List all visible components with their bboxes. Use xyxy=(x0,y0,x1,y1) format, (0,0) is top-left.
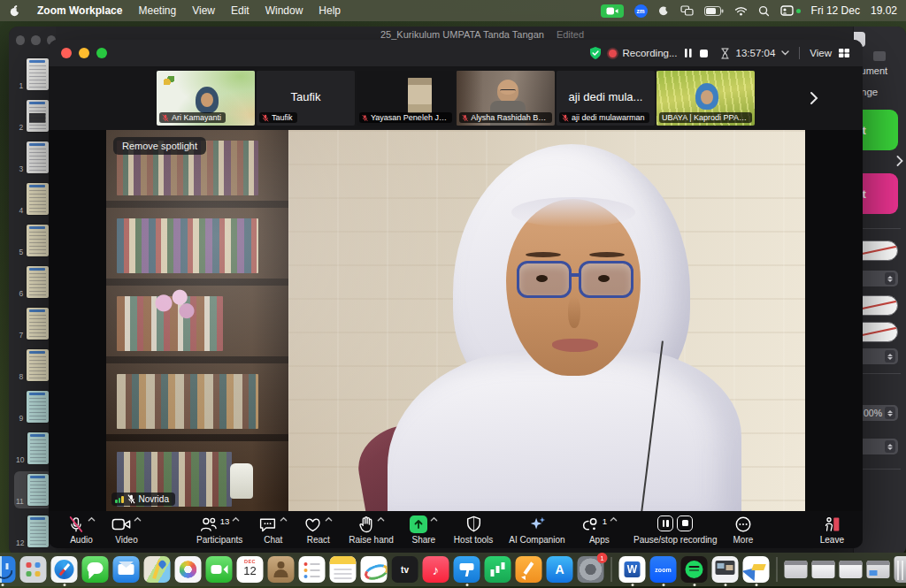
dock-mail[interactable] xyxy=(113,556,140,583)
page-thumbnail-row[interactable]: 10 xyxy=(14,430,52,467)
remove-spotlight-button[interactable]: Remove spotlight xyxy=(113,137,206,155)
page-thumbnail[interactable] xyxy=(27,349,49,381)
screen-mirroring-icon[interactable] xyxy=(680,5,694,16)
page-thumbnail-row[interactable]: 12 xyxy=(14,513,52,550)
page-thumbnail[interactable] xyxy=(27,225,49,256)
fullscreen-window-button[interactable] xyxy=(96,48,107,58)
dock-contacts[interactable] xyxy=(268,556,295,583)
menu-item-help[interactable]: Help xyxy=(319,4,341,17)
screen-recording-camera-icon[interactable] xyxy=(601,4,624,18)
page-thumbnail[interactable] xyxy=(27,141,49,173)
raise-hand-button[interactable]: Raise hand xyxy=(341,515,402,545)
panel-chevron-right-icon[interactable] xyxy=(896,156,903,166)
react-button[interactable]: React xyxy=(296,515,341,545)
page-thumbnail-row[interactable]: 1 xyxy=(14,56,52,93)
menu-item-meeting[interactable]: Meeting xyxy=(138,4,176,17)
meeting-timer[interactable]: 13:57:04 xyxy=(736,48,776,58)
chevron-up-icon[interactable] xyxy=(430,515,438,523)
share-screen-button[interactable]: Share xyxy=(402,515,446,545)
dock-facetime[interactable] xyxy=(206,556,233,583)
close-window-button[interactable] xyxy=(61,48,72,58)
menu-item-view[interactable]: View xyxy=(192,4,215,17)
page-thumbnail[interactable] xyxy=(27,183,49,215)
menu-item-window[interactable]: Window xyxy=(265,4,303,17)
chevron-up-icon[interactable] xyxy=(610,515,618,523)
dock-pages[interactable] xyxy=(516,556,542,583)
apple-logo-icon[interactable] xyxy=(9,4,21,18)
dock-keynote[interactable] xyxy=(454,556,480,583)
chevron-up-icon[interactable] xyxy=(134,515,142,523)
dock-messages[interactable] xyxy=(82,556,109,583)
battery-icon[interactable] xyxy=(704,6,724,16)
zoom-menubar-icon[interactable]: zm xyxy=(634,4,648,18)
page-thumbnail[interactable] xyxy=(27,100,49,132)
page-thumbnail[interactable] xyxy=(27,308,49,340)
wifi-icon[interactable] xyxy=(734,6,748,16)
page-thumbnail[interactable] xyxy=(27,266,49,298)
timer-chevron-down-icon[interactable] xyxy=(781,50,789,56)
page-thumbnail[interactable] xyxy=(27,515,49,547)
page-thumbnail-row[interactable]: 2 xyxy=(14,97,52,134)
dock-music[interactable]: ♪ xyxy=(423,556,449,583)
participants-button[interactable]: 13 Participants xyxy=(188,515,250,545)
chat-button[interactable]: Chat xyxy=(250,515,296,545)
spotlight-search-icon[interactable] xyxy=(758,5,770,17)
page-thumbnail-row[interactable]: 3 xyxy=(14,139,52,176)
dock-notes[interactable] xyxy=(330,556,357,583)
page-thumbnail-row-selected[interactable]: 11 xyxy=(14,471,52,508)
security-shield-icon[interactable] xyxy=(588,46,603,60)
dock-apple-tv[interactable]: tv xyxy=(392,556,418,583)
minimized-window[interactable] xyxy=(840,561,863,578)
pause-recording-icon[interactable] xyxy=(684,48,693,58)
page-thumbnail[interactable] xyxy=(27,58,49,90)
dock-numbers[interactable] xyxy=(485,556,511,583)
page-thumbnail[interactable] xyxy=(27,391,49,423)
filmstrip-next-chevron-icon[interactable] xyxy=(810,91,818,105)
view-button-label[interactable]: View xyxy=(810,48,832,58)
do-not-disturb-moon-icon[interactable] xyxy=(658,5,670,17)
page-thumbnail-row[interactable]: 6 xyxy=(14,263,52,301)
dock-safari[interactable] xyxy=(51,556,78,583)
participant-tile[interactable]: Ari Kamayanti xyxy=(157,71,255,126)
minimize-window-button[interactable] xyxy=(79,48,89,58)
menu-item-edit[interactable]: Edit xyxy=(231,4,250,17)
chevron-up-icon[interactable] xyxy=(325,515,333,523)
page-thumbnail-row[interactable]: 7 xyxy=(14,305,52,342)
menu-app-name[interactable]: Zoom Workplace xyxy=(37,4,122,17)
page-thumbnail[interactable] xyxy=(27,432,49,464)
dock-trash[interactable] xyxy=(894,556,906,583)
minimized-window[interactable] xyxy=(867,561,890,578)
dock-app-flag[interactable] xyxy=(743,556,770,583)
dock-calendar[interactable]: DEC12 xyxy=(237,556,264,583)
chevron-up-icon[interactable] xyxy=(88,515,96,523)
dock-app-window[interactable] xyxy=(712,556,739,583)
minimized-window[interactable] xyxy=(785,561,808,578)
dock-launchpad[interactable] xyxy=(20,556,47,583)
participant-tile[interactable]: Alysha Rashidah Binti... xyxy=(457,71,555,126)
menubar-date[interactable]: Fri 12 Dec xyxy=(811,4,860,17)
dock-word[interactable]: W xyxy=(619,556,646,583)
chevron-up-icon[interactable] xyxy=(377,515,385,523)
dock-app-store[interactable]: A xyxy=(547,556,573,583)
minimized-window[interactable] xyxy=(812,561,835,578)
user-switch-icon[interactable] xyxy=(780,5,801,16)
page-thumbnail-row[interactable]: 4 xyxy=(14,180,52,218)
dock-spotify[interactable] xyxy=(681,556,708,583)
page-thumbnail-row[interactable]: 8 xyxy=(14,347,52,384)
chevron-up-icon[interactable] xyxy=(280,515,288,523)
page-thumbnail-row[interactable]: 5 xyxy=(14,222,52,259)
dock-system-settings[interactable]: 1 xyxy=(578,556,604,583)
audio-button[interactable]: Audio xyxy=(59,515,104,545)
leave-meeting-button[interactable]: Leave xyxy=(812,515,852,545)
ai-companion-button[interactable]: AI Companion xyxy=(501,515,572,545)
participant-tile[interactable]: Taufik Taufik xyxy=(257,71,355,126)
video-button[interactable]: Video xyxy=(104,515,150,545)
dock-photos[interactable] xyxy=(175,556,202,583)
apps-button[interactable]: 1 Apps xyxy=(573,515,626,545)
menubar-time[interactable]: 19.02 xyxy=(871,4,897,17)
stop-recording-icon[interactable] xyxy=(699,49,709,58)
view-grid-icon[interactable] xyxy=(838,48,850,58)
page-thumbnail-row[interactable]: 9 xyxy=(14,388,52,425)
pause-stop-recording-button[interactable]: Pause/stop recording xyxy=(626,515,726,545)
chevron-up-icon[interactable] xyxy=(232,515,240,523)
